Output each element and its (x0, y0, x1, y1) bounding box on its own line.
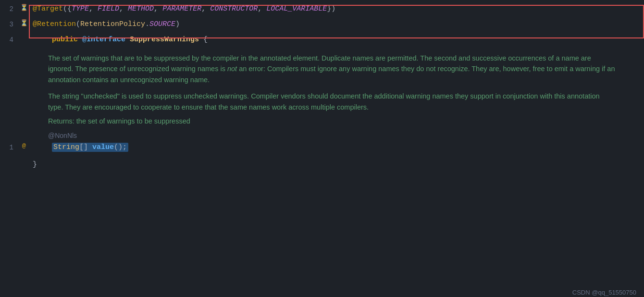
doc-returns-container: Returns: the set of warnings to be suppr… (0, 117, 644, 125)
line-content-3: @Retention(RetentionPolicy.SOURCE) (29, 19, 644, 28)
code-line-closing: } (0, 159, 644, 174)
retention-policy-class: RetentionPolicy (80, 20, 145, 28)
highlighted-value-line: String[] value(); (52, 143, 128, 152)
at-retention: @Retention (33, 20, 76, 28)
line-content-4: public @interface SuppressWarnings { (29, 35, 644, 44)
interface-name: SuppressWarnings (130, 36, 199, 44)
code-line-4: 4 public @interface SuppressWarnings { (0, 34, 644, 49)
hourglass-icon-3: ⏳ (20, 19, 28, 27)
line-gutter-1: @ (19, 142, 29, 149)
line-number-3: 3 (0, 19, 19, 28)
code-line-2: 2 ⏳ @Target({TYPE, FIELD, METHOD, PARAME… (0, 3, 644, 18)
doc-returns: Returns: the set of warnings to be suppr… (48, 117, 644, 125)
code-line-1: 1 @ String[] value(); (0, 141, 644, 157)
doc-paragraph-1: The set of warnings that are to be suppr… (48, 53, 615, 85)
interface-keyword: @interface (82, 36, 125, 44)
code-editor: 2 ⏳ @Target({TYPE, FIELD, METHOD, PARAME… (0, 3, 644, 297)
string-type: String (53, 143, 79, 151)
line-gutter-2: ⏳ (19, 4, 29, 12)
doc-paragraph-2: The string "unchecked" is used to suppre… (48, 91, 615, 112)
doc-block: The set of warnings that are to be suppr… (0, 49, 644, 129)
watermark: CSDN @qq_51550750 (572, 289, 636, 296)
public-keyword: public (52, 36, 78, 44)
line-number-closing (0, 160, 19, 161)
hourglass-icon-2: ⏳ (20, 4, 28, 12)
line-content-1: String[] value(); (29, 142, 644, 151)
line-number-1: 1 (0, 142, 19, 151)
source-constant: SOURCE (149, 20, 175, 28)
line-content-2: @Target({TYPE, FIELD, METHOD, PARAMETER,… (29, 4, 644, 13)
line-number-2: 2 (0, 4, 19, 13)
non-nls-annotation: @NonNls (0, 129, 644, 139)
at-target: @Target (33, 5, 63, 13)
doc-paragraph-2-container: The string "unchecked" is used to suppre… (0, 91, 644, 112)
value-method: value (92, 143, 114, 151)
code-line-3: 3 ⏳ @Retention(RetentionPolicy.SOURCE) (0, 18, 644, 34)
line-number-4: 4 (0, 35, 19, 44)
line-gutter-3: ⏳ (19, 19, 29, 27)
closing-brace: } (29, 160, 644, 169)
doc-paragraph-1-container: The set of warnings that are to be suppr… (0, 53, 644, 85)
